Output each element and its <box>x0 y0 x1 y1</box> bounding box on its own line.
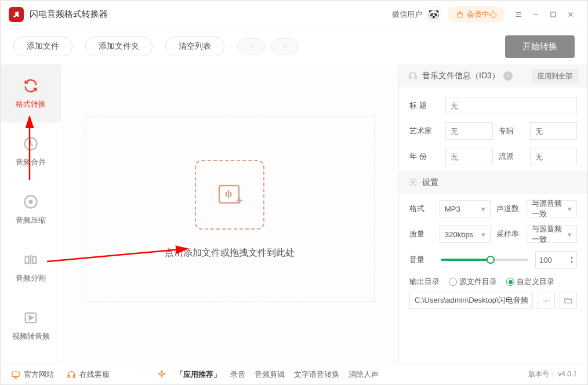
vip-center-button[interactable]: 会员中心 <box>448 6 505 23</box>
sidebar-item-label: 格式转换 <box>16 99 46 110</box>
svg-point-5 <box>30 201 32 204</box>
close-icon[interactable] <box>562 6 579 23</box>
svg-rect-11 <box>415 76 416 78</box>
radio-custom-dir[interactable]: 自定义目录 <box>506 277 554 287</box>
label-quality: 质量 <box>409 229 434 239</box>
user-label: 微信用户 <box>392 9 422 20</box>
recommend-link[interactable]: 音频剪辑 <box>255 369 285 380</box>
output-path-input[interactable] <box>409 292 533 309</box>
year-input[interactable] <box>445 148 493 165</box>
quality-select[interactable]: 320kbps▾ <box>440 226 491 243</box>
refresh-icon <box>22 77 39 95</box>
menu-icon[interactable] <box>510 6 527 23</box>
recommend-title: 「应用推荐」 <box>176 369 221 380</box>
svg-rect-2 <box>551 12 556 16</box>
format-select[interactable]: MP3▾ <box>440 200 491 217</box>
radio-source-dir[interactable]: 源文件目录 <box>449 277 497 287</box>
version-label: 版本号： v4.0.1 <box>528 369 577 379</box>
drop-zone-text: 点击添加文件或拖拽文件到此处 <box>165 247 295 259</box>
settings-panel-header: 设置 <box>399 171 587 194</box>
channel-select[interactable]: 与源音频一致▾ <box>527 200 578 217</box>
avatar-icon: 🐼 <box>426 6 442 23</box>
svg-rect-15 <box>73 375 75 377</box>
sidebar-item-label: 音频压缩 <box>16 215 46 226</box>
sidebar-item-audio-compress[interactable]: 音频压缩 <box>1 180 61 238</box>
user-area[interactable]: 微信用户 🐼 <box>392 6 442 23</box>
svg-rect-14 <box>68 375 70 377</box>
footer: 官方网站 在线客服 「应用推荐」 录音 音频剪辑 文字语音转换 消除人声 版本号… <box>1 364 587 384</box>
compress-icon <box>22 193 39 210</box>
clear-list-button[interactable]: 清空列表 <box>165 37 224 56</box>
merge-icon <box>22 135 39 152</box>
split-icon <box>22 251 39 268</box>
label-format: 格式 <box>409 204 434 214</box>
official-site-link[interactable]: 官方网站 <box>11 369 54 380</box>
svg-rect-13 <box>12 372 19 376</box>
sample-select[interactable]: 与源音频一致▾ <box>527 226 578 243</box>
label-volume: 音量 <box>409 255 434 265</box>
sidebar-item-label: 音频合并 <box>16 157 46 168</box>
title-bar: 闪电音频格式转换器 微信用户 🐼 会员中心 <box>1 1 587 28</box>
label-album: 专辑 <box>499 126 524 136</box>
recommend-link[interactable]: 录音 <box>230 369 245 380</box>
sidebar-item-label: 视频转音频 <box>12 331 50 342</box>
sidebar-item-audio-merge[interactable]: 音频合并 <box>1 122 61 180</box>
start-convert-button[interactable]: 开始转换 <box>505 35 575 58</box>
browse-folder-button[interactable] <box>560 292 577 309</box>
sidebar-item-video-to-audio[interactable]: 视频转音频 <box>1 296 61 354</box>
gear-icon <box>408 177 418 188</box>
right-panel: 音乐文件信息（ID3） ! 应用到全部 标 题 艺术家 专辑 年 份 流派 设置… <box>398 64 587 364</box>
add-folder-button[interactable]: 添加文件夹 <box>85 37 153 56</box>
genre-input[interactable] <box>530 148 578 165</box>
prev-button[interactable] <box>237 38 265 55</box>
id3-panel-header: 音乐文件信息（ID3） ! 应用到全部 <box>399 64 587 88</box>
svg-rect-6 <box>26 256 29 263</box>
online-service-link[interactable]: 在线客服 <box>67 369 110 380</box>
app-title: 闪电音频格式转换器 <box>30 9 108 20</box>
apply-all-button[interactable]: 应用到全部 <box>532 69 578 83</box>
sidebar-item-format-convert[interactable]: 格式转换 <box>1 64 61 122</box>
file-list-area: 点击添加文件或拖拽文件到此处 <box>61 64 398 364</box>
album-input[interactable] <box>530 122 578 140</box>
recommend-link[interactable]: 文字语音转换 <box>294 369 339 380</box>
sidebar-item-audio-split[interactable]: 音频分割 <box>1 238 61 296</box>
volume-slider[interactable] <box>441 259 528 261</box>
label-year: 年 份 <box>409 151 440 162</box>
label-title: 标 题 <box>409 100 440 111</box>
next-button[interactable] <box>271 38 299 55</box>
artist-input[interactable] <box>445 122 493 140</box>
minimize-icon[interactable] <box>527 6 545 23</box>
label-output: 输出目录 <box>409 277 440 287</box>
label-genre: 流派 <box>499 151 524 162</box>
app-logo-icon <box>9 7 24 22</box>
svg-point-0 <box>13 15 16 17</box>
drop-zone[interactable]: 点击添加文件或拖拽文件到此处 <box>85 117 375 302</box>
toolbar: 添加文件 添加文件夹 清空列表 开始转换 <box>1 28 587 64</box>
recommend-link[interactable]: 消除人声 <box>349 369 379 380</box>
add-audio-icon <box>195 160 264 230</box>
svg-rect-7 <box>33 256 37 263</box>
sidebar: 格式转换 音频合并 音频压缩 音频分割 视频转音频 <box>1 64 61 364</box>
label-channel: 声道数 <box>496 204 521 214</box>
label-sample: 采样率 <box>496 229 521 239</box>
sidebar-item-label: 音频分割 <box>16 273 46 284</box>
add-file-button[interactable]: 添加文件 <box>13 37 72 56</box>
headphones-icon <box>408 71 418 82</box>
label-artist: 艺术家 <box>409 126 440 136</box>
title-input[interactable] <box>445 97 577 114</box>
video-icon <box>22 309 39 326</box>
svg-rect-10 <box>409 76 411 78</box>
sparkle-icon <box>157 370 166 379</box>
svg-point-1 <box>17 14 19 16</box>
expand-path-button[interactable]: ⋯ <box>538 292 555 309</box>
info-icon[interactable]: ! <box>503 71 513 81</box>
maximize-icon[interactable] <box>545 6 562 23</box>
volume-stepper[interactable]: 100▴▾ <box>535 251 577 268</box>
svg-point-12 <box>412 181 414 183</box>
